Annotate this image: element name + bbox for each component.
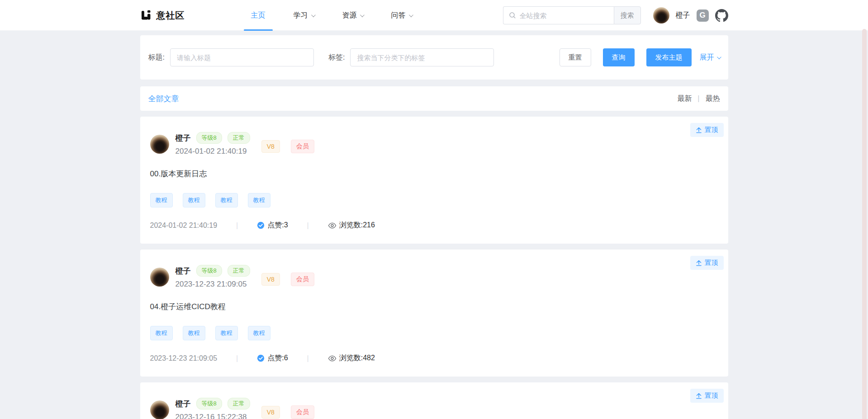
user-name[interactable]: 橙子 — [676, 11, 690, 20]
publish-topic-button[interactable]: 发布主题 — [646, 48, 692, 66]
filter-panel: 标题: 标签: 重置 查询 发布主题 展开 — [140, 35, 728, 80]
nav-item-resources[interactable]: 资源 — [340, 0, 366, 31]
member-badge: 会员 — [291, 273, 314, 286]
top-navigation-bar: 意社区 主页 学习 资源 问答 — [0, 0, 868, 31]
pin-button[interactable]: 置顶 — [690, 123, 724, 137]
like-check-icon — [257, 354, 265, 362]
logo-icon — [140, 9, 152, 21]
site-search: 搜索 — [503, 6, 641, 24]
sort-hottest[interactable]: 最热 — [706, 94, 720, 104]
post-tag[interactable]: 教程 — [248, 193, 270, 207]
main-nav: 主页 学习 资源 问答 — [248, 0, 437, 31]
post-tag[interactable]: 教程 — [183, 193, 205, 207]
nav-item-learn[interactable]: 学习 — [291, 0, 317, 31]
post-datetime: 2023-12-23 21:09:05 — [175, 280, 250, 289]
post-tag[interactable]: 教程 — [150, 193, 173, 207]
post-datetime: 2023-12-16 15:22:38 — [175, 413, 250, 419]
tag-filter-label: 标签: — [328, 53, 345, 62]
tag-filter-input[interactable] — [350, 48, 494, 66]
vip-badge: V8 — [261, 140, 280, 153]
eye-icon — [328, 222, 337, 229]
likes-stat: 点赞:6 — [257, 353, 288, 363]
post-card: 置顶 橙子 等级8 正常 2023-12-16 15:22:38 V8 会员 — [140, 382, 728, 419]
author-name[interactable]: 橙子 — [175, 133, 191, 143]
post-tag[interactable]: 教程 — [150, 326, 173, 340]
author-avatar[interactable] — [150, 400, 169, 419]
post-tag[interactable]: 教程 — [183, 326, 205, 340]
post-tag[interactable]: 教程 — [248, 326, 270, 340]
post-datetime: 2024-01-02 21:40:19 — [175, 147, 250, 156]
vip-badge: V8 — [261, 406, 280, 419]
nav-item-qa[interactable]: 问答 — [389, 0, 415, 31]
pin-button[interactable]: 置顶 — [690, 389, 724, 403]
expand-toggle[interactable]: 展开 — [700, 53, 720, 62]
chevron-down-icon — [311, 13, 315, 17]
chevron-down-icon — [360, 13, 364, 17]
author-name[interactable]: 橙子 — [175, 399, 191, 409]
status-badge: 正常 — [228, 398, 250, 410]
search-icon — [509, 12, 516, 19]
sort-newest[interactable]: 最新 — [677, 94, 692, 104]
sort-divider: | — [697, 94, 699, 103]
level-badge: 等级8 — [196, 132, 222, 144]
like-check-icon — [257, 221, 265, 229]
member-badge: 会员 — [291, 405, 314, 419]
views-stat: 浏览数:216 — [328, 221, 375, 230]
search-input[interactable] — [520, 12, 610, 19]
status-badge: 正常 — [228, 132, 250, 144]
author-name[interactable]: 橙子 — [175, 266, 191, 276]
status-badge: 正常 — [228, 265, 250, 277]
author-avatar[interactable] — [150, 268, 169, 287]
nav-item-home[interactable]: 主页 — [248, 0, 268, 31]
level-badge: 等级8 — [196, 398, 222, 410]
post-card: 置顶 橙子 等级8 正常 2023-12-23 21:09:05 V8 会员 0… — [140, 250, 728, 377]
post-footer-date: 2024-01-02 21:40:19 — [150, 221, 218, 230]
all-articles-link[interactable]: 全部文章 — [148, 94, 179, 104]
search-button[interactable]: 搜索 — [614, 6, 641, 24]
post-tags: 教程 教程 教程 教程 — [150, 193, 718, 207]
query-button[interactable]: 查询 — [603, 48, 635, 66]
chevron-down-icon — [716, 55, 721, 59]
post-tag[interactable]: 教程 — [215, 326, 238, 340]
post-footer-date: 2023-12-23 21:09:05 — [150, 354, 218, 363]
level-badge: 等级8 — [196, 265, 222, 277]
gitee-icon[interactable]: G — [697, 9, 709, 22]
pin-to-top-icon — [696, 127, 702, 133]
member-badge: 会员 — [291, 140, 314, 153]
reset-button[interactable]: 重置 — [560, 48, 591, 66]
title-filter-input[interactable] — [170, 48, 314, 66]
views-stat: 浏览数:482 — [328, 353, 375, 363]
likes-stat: 点赞:3 — [257, 221, 288, 230]
eye-icon — [328, 355, 337, 362]
post-tag[interactable]: 教程 — [215, 193, 238, 207]
post-tags: 教程 教程 教程 教程 — [150, 326, 718, 340]
vip-badge: V8 — [261, 273, 280, 286]
author-avatar[interactable] — [150, 135, 169, 154]
pin-to-top-icon — [696, 260, 702, 266]
list-header-bar: 全部文章 最新 | 最热 — [140, 86, 728, 111]
post-card: 置顶 橙子 等级8 正常 2024-01-02 21:40:19 V8 会员 0… — [140, 117, 728, 244]
site-title: 意社区 — [157, 9, 185, 22]
scrollbar[interactable] — [862, 29, 867, 419]
pin-to-top-icon — [696, 393, 702, 399]
title-filter-label: 标题: — [148, 53, 165, 62]
post-title[interactable]: 00.版本更新日志 — [150, 169, 718, 179]
main-content: 标题: 标签: 重置 查询 发布主题 展开 全部文章 最新 | 最热 — [140, 35, 728, 419]
chevron-down-icon — [408, 13, 413, 17]
user-avatar[interactable] — [653, 7, 669, 24]
github-icon[interactable] — [715, 9, 728, 22]
user-zone: 橙子 G — [653, 7, 728, 24]
brand[interactable]: 意社区 — [140, 9, 185, 22]
pin-button[interactable]: 置顶 — [690, 256, 724, 270]
post-title[interactable]: 04.橙子运维CICD教程 — [150, 301, 718, 312]
